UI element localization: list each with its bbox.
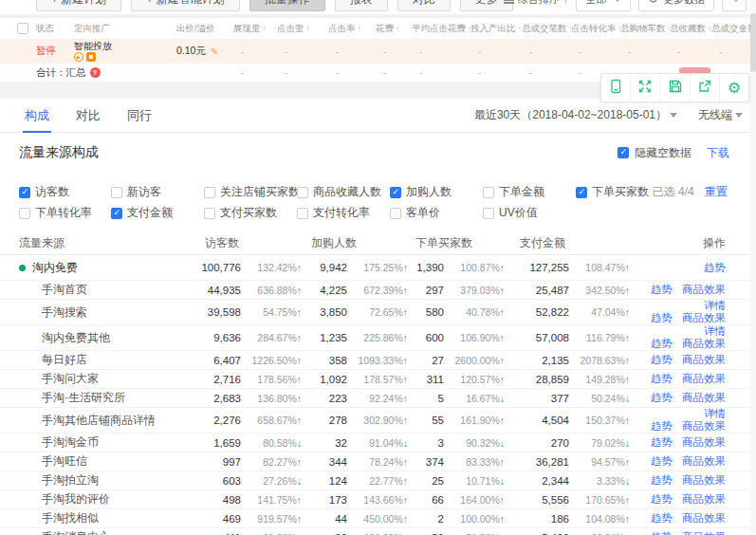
metric-checkbox[interactable]: [297, 187, 308, 198]
metric-filter[interactable]: 下单金额: [483, 184, 544, 200]
trend-link[interactable]: 趋势: [651, 354, 673, 366]
product-effect-link[interactable]: 商品效果: [682, 455, 726, 468]
metric-filter[interactable]: 支付买家数: [204, 205, 277, 221]
product-effect-link[interactable]: 商品效果: [682, 512, 726, 525]
detail-link[interactable]: 详情: [704, 408, 726, 420]
more-data-button[interactable]: ⚙ 更多数据: [638, 0, 714, 11]
campaign-column-header[interactable]: 总收藏数↑: [670, 23, 711, 35]
save-button[interactable]: [660, 74, 690, 101]
metric-checkbox[interactable]: [111, 208, 122, 219]
fullscreen-icon: [637, 79, 653, 97]
metric-checkbox[interactable]: [204, 208, 215, 219]
toolbar-button[interactable]: 对比: [397, 0, 451, 11]
scrollbar[interactable]: [750, 0, 756, 535]
campaign-column-header[interactable]: 状态: [36, 23, 74, 35]
trend-link[interactable]: 趋势: [651, 436, 673, 449]
trend-link[interactable]: 趋势: [651, 420, 673, 433]
campaign-column-header[interactable]: 投入产出比↑: [470, 23, 522, 35]
product-effect-link[interactable]: 商品效果: [682, 474, 726, 487]
campaign-column-header[interactable]: 总购物车数↑: [620, 23, 670, 35]
settings-button[interactable]: ⚙: [720, 74, 748, 101]
metric-checkbox[interactable]: [111, 187, 122, 198]
campaign-column-header[interactable]: 点击量↑: [277, 23, 328, 35]
tab-对比[interactable]: 对比: [74, 99, 102, 133]
detail-link[interactable]: 详情: [704, 325, 726, 338]
filter-select[interactable]: 全部: [576, 0, 631, 11]
metric-checkbox[interactable]: [390, 187, 401, 198]
export-button[interactable]: [691, 74, 720, 101]
metric-checkbox[interactable]: [19, 187, 30, 198]
metric-checkbox[interactable]: [390, 208, 401, 219]
campaign-column-header[interactable]: 点击转化率↑: [571, 23, 620, 35]
campaign-column-header[interactable]: 平均点击花费↑: [412, 23, 470, 35]
toolbar-button[interactable]: 报表: [335, 0, 388, 11]
metric-filter[interactable]: 客单价: [390, 205, 440, 221]
metric-checkbox[interactable]: [19, 208, 30, 219]
metric-filter[interactable]: 加购人数: [390, 184, 452, 200]
metric-filter[interactable]: UV价值: [483, 205, 538, 221]
scrollbar-thumb[interactable]: [750, 13, 756, 72]
trend-link[interactable]: 趋势: [651, 474, 673, 487]
metric-filter[interactable]: 支付金额: [111, 205, 173, 221]
fullscreen-button[interactable]: [631, 74, 660, 101]
metric-cell: 37483.33%↑: [408, 456, 505, 468]
trend-link[interactable]: 趋势: [651, 312, 673, 324]
toolbar-button[interactable]: 批量操作: [249, 0, 325, 11]
campaign-column-header[interactable]: 花费↑: [376, 23, 412, 35]
help-icon[interactable]: ?: [90, 67, 101, 78]
collapse-button[interactable]: [722, 0, 747, 11]
campaign-column-header[interactable]: 定向推广: [74, 23, 176, 35]
edit-pencil-icon[interactable]: ✎: [211, 46, 218, 57]
metric-filter[interactable]: 访客数: [19, 184, 69, 200]
product-effect-link[interactable]: 商品效果: [682, 531, 726, 535]
select-all-checkbox[interactable]: [17, 23, 28, 34]
download-link[interactable]: 下载: [707, 145, 729, 161]
channel-select[interactable]: 无线端: [698, 107, 743, 123]
metric-checkbox[interactable]: [297, 208, 308, 219]
hide-empty-checkbox[interactable]: [618, 147, 629, 158]
metric-checkbox[interactable]: [483, 208, 494, 219]
campaign-column-header[interactable]: 展现量↑: [233, 23, 277, 35]
tab-同行[interactable]: 同行: [125, 99, 154, 133]
product-effect-link[interactable]: 商品效果: [682, 338, 726, 350]
trend-link[interactable]: 趋势: [651, 338, 673, 350]
trend-link[interactable]: 趋势: [651, 392, 673, 404]
metric-filter[interactable]: 新访客: [111, 184, 161, 200]
metric-checkbox[interactable]: [576, 187, 587, 198]
metric-filter[interactable]: 商品收藏人数: [297, 184, 381, 200]
campaign-column-header[interactable]: 点击率↑: [328, 23, 376, 35]
mobile-preview-button[interactable]: [601, 74, 631, 101]
trend-link[interactable]: 趋势: [651, 493, 673, 506]
toolbar-button[interactable]: + 新建计划: [36, 0, 121, 11]
metric-checkbox[interactable]: [483, 187, 494, 198]
product-effect-link[interactable]: 商品效果: [682, 392, 726, 404]
reset-link[interactable]: 重置: [705, 185, 728, 198]
toolbar-button[interactable]: + 新建智能计划: [131, 0, 239, 11]
trend-link[interactable]: 趋势: [704, 262, 726, 274]
product-effect-link[interactable]: 商品效果: [682, 436, 726, 449]
product-effect-link[interactable]: 商品效果: [682, 373, 726, 385]
trend-link[interactable]: 趋势: [651, 455, 673, 468]
metric-filter[interactable]: 下单买家数: [576, 184, 649, 200]
campaign-column-header[interactable]: 总成交笔数↑: [522, 23, 571, 35]
trend-link[interactable]: 趋势: [651, 284, 673, 296]
sort-control[interactable]: 综合排序 ↑: [504, 0, 569, 7]
trend-link[interactable]: 趋势: [651, 373, 673, 385]
metric-checkbox[interactable]: [204, 187, 215, 198]
product-effect-link[interactable]: 商品效果: [682, 493, 726, 506]
campaign-column-header[interactable]: 出价/溢价: [176, 23, 233, 35]
metric-filter[interactable]: 支付转化率: [297, 205, 370, 221]
metric-filter[interactable]: 关注店铺买家数: [204, 184, 300, 200]
metric-filter[interactable]: 下单转化率: [19, 205, 92, 221]
product-effect-link[interactable]: 商品效果: [682, 354, 726, 366]
product-effect-link[interactable]: 商品效果: [682, 312, 726, 324]
product-effect-link[interactable]: 商品效果: [682, 420, 726, 433]
detail-link[interactable]: 详情: [704, 300, 726, 312]
campaign-name[interactable]: 智能投放▶: [74, 41, 112, 62]
campaign-column-header[interactable]: 总成交金额↑: [711, 23, 756, 35]
trend-link[interactable]: 趋势: [651, 531, 673, 535]
date-range-picker[interactable]: 最近30天（2018-04-02~2018-05-01）: [474, 107, 677, 123]
product-effect-link[interactable]: 商品效果: [682, 284, 726, 296]
tab-构成[interactable]: 构成: [23, 99, 51, 133]
trend-link[interactable]: 趋势: [651, 512, 673, 525]
